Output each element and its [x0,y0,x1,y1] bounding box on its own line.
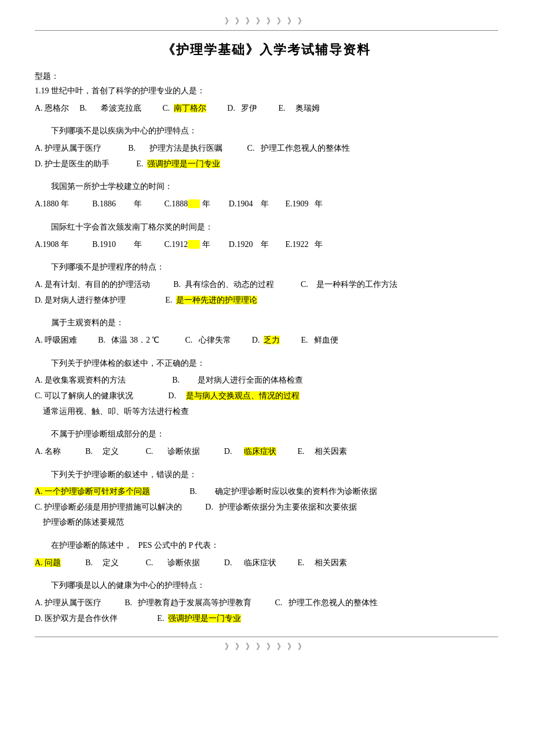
q6-optD: D. 乏力 [252,333,280,348]
q3-stem: 我国第一所护士学校建立的时间： [35,180,498,194]
q1-optD: D. 罗伊 [227,101,257,117]
q7-options-row3: 通常运用视、触、叩、听等方法进行检查 [35,404,498,420]
q11-optB: B. 护理教育趋于发展高等护理教育 [125,595,251,611]
q9-optA: A. 一个护理诊断可针对多个问题 [35,484,150,500]
q6-optC: C. 心律失常 [185,333,231,348]
question-1: 1.19 世纪中叶，首创了科学的护理专业的人是： A. 恩格尔 B. 希波克拉底… [35,84,498,116]
question-4: 国际红十字会首次颁发南丁格尔奖的时间是： A.1908 年 B.1910 年 C… [35,220,498,252]
question-3: 我国第一所护士学校建立的时间： A.1880 年 B.1886 年 C.1888… [35,180,498,212]
top-line [35,30,498,31]
q9-extra: 护理诊断的陈述要规范 [35,515,124,530]
q9-optC: C. 护理诊断必须是用护理措施可以解决的 [35,500,182,515]
q11-stem: 下列哪项是以人的健康为中心的护理特点： [35,579,498,593]
q3-optA: A.1880 年 [35,197,69,212]
question-11: 下列哪项是以人的健康为中心的护理特点： A. 护理从属于医疗 B. 护理教育趋于… [35,579,498,626]
q9-optD: D. 护理诊断依据分为主要依据和次要依据 [205,500,357,515]
q1-optC: C. 南丁格尔 [162,101,206,117]
q6-optB: B. 体温 38．2 ℃ [98,333,159,348]
q1-optE: E. 奥瑞姆 [278,101,320,117]
question-9: 下列关于护理诊断的叙述中，错误的是： A. 一个护理诊断可针对多个问题 B. 确… [35,468,498,531]
q11-optC: C. 护理工作忽视人的整体性 [275,595,377,611]
q9-options-row2: C. 护理诊断必须是用护理措施可以解决的 D. 护理诊断依据分为主要依据和次要依… [35,500,498,515]
q10-optA: A. 问题 [35,555,61,571]
q8-optA: A. 名称 [35,444,61,460]
question-8: 不属于护理诊断组成部分的是： A. 名称 B. 定义 C. 诊断依据 D. 临床… [35,427,498,459]
q11-options-row1: A. 护理从属于医疗 B. 护理教育趋于发展高等护理教育 C. 护理工作忽视人的… [35,595,498,611]
q2-options-row1: A. 护理从属于医疗 B. 护理方法是执行医嘱 C. 护理工作忽视人的整体性 [35,141,498,157]
main-title: 《护理学基础》入学考试辅导资料 [35,41,498,59]
q1-optB: B. 希波克拉底 [79,101,141,117]
q7-optB: B. 是对病人进行全面的体格检查 [172,373,303,388]
q2-stem: 下列哪项不是以疾病为中心的护理特点： [35,124,498,138]
q2-optA: A. 护理从属于医疗 [35,141,101,157]
question-2: 下列哪项不是以疾病为中心的护理特点： A. 护理从属于医疗 B. 护理方法是执行… [35,124,498,172]
q3-optC: C.1888 年 [164,197,210,212]
q10-optC: C. 诊断依据 [145,555,199,571]
q2-optE: E. 强调护理是一门专业 [136,157,220,172]
q10-stem: 在护理诊断的陈述中， PES 公式中的 P 代表： [35,539,498,553]
q5-optA: A. 是有计划、有目的的护理活动 [35,277,150,293]
q1-optA: A. 恩格尔 [35,101,69,117]
q11-options-row2: D. 医护双方是合作伙伴 E. 强调护理是一门专业 [35,611,498,627]
q4-optC: C.1912 年 [164,237,210,253]
q11-optA: A. 护理从属于医疗 [35,595,101,611]
q4-options: A.1908 年 B.1910 年 C.1912 年 D.1920 年 E.19… [35,237,498,253]
q7-optC: C. 可以了解病人的健康状况 [35,388,133,404]
q6-options: A. 呼吸困难 B. 体温 38．2 ℃ C. 心律失常 D. 乏力 E. 鲜血… [35,333,498,348]
q5-optE: E. 是一种先进的护理理论 [165,293,257,308]
q4-stem: 国际红十字会首次颁发南丁格尔奖的时间是： [35,220,498,234]
q2-options-row2: D. 护士是医生的助手 E. 强调护理是一门专业 [35,157,498,172]
q5-optD: D. 是对病人进行整体护理 [35,293,126,308]
type-label: 型题： [35,71,498,82]
q6-stem: 属于主观资料的是： [35,316,498,330]
q8-options: A. 名称 B. 定义 C. 诊断依据 D. 临床症状 E. 相关因素 [35,444,498,460]
q9-options-row1: A. 一个护理诊断可针对多个问题 B. 确定护理诊断时应以收集的资料作为诊断依据 [35,484,498,500]
question-7: 下列关于护理体检的叙述中，不正确的是： A. 是收集客观资料的方法 B. 是对病… [35,357,498,420]
q2-optD: D. 护士是医生的助手 [35,157,109,172]
q10-options: A. 问题 B. 定义 C. 诊断依据 D. 临床症状 E. 相关因素 [35,555,498,571]
q6-optA: A. 呼吸困难 [35,333,77,348]
q10-optB: B. 定义 [85,555,119,571]
q4-optB: B.1910 年 [92,237,142,253]
q4-optD: D.1920 年 [229,237,269,253]
q4-optA: A.1908 年 [35,237,69,253]
bottom-decoration: 》》》》》》》》 [35,637,498,655]
q2-optC: C. 护理工作忽视人的整体性 [247,141,349,157]
q5-optC: C. 是一种科学的工作方法 [301,277,397,293]
q7-optA: A. 是收集客观资料的方法 [35,373,126,388]
q10-optD: D. 临床症状 [224,555,277,571]
q3-optE: E.1909 年 [285,197,323,212]
top-decoration: 》》》》》》》》 [35,12,498,30]
q9-optB: B. 确定护理诊断时应以收集的资料作为诊断依据 [189,484,377,500]
page: 》》》》》》》》 《护理学基础》入学考试辅导资料 型题： 1.19 世纪中叶，首… [0,0,533,756]
q9-stem: 下列关于护理诊断的叙述中，错误的是： [35,468,498,482]
q7-options-row2: C. 可以了解病人的健康状况 D. 是与病人交换观点、情况的过程 [35,388,498,404]
q10-optE: E. 相关因素 [297,555,347,571]
q4-optE: E.1922 年 [285,237,323,253]
q5-stem: 下列哪项不是护理程序的特点： [35,260,498,274]
question-6: 属于主观资料的是： A. 呼吸困难 B. 体温 38．2 ℃ C. 心律失常 D… [35,316,498,348]
q8-optE: E. 相关因素 [297,444,347,460]
q8-optC: C. 诊断依据 [145,444,199,460]
q7-options-row1: A. 是收集客观资料的方法 B. 是对病人进行全面的体格检查 [35,373,498,388]
q2-optB: B. 护理方法是执行医嘱 [128,141,222,157]
q7-extra: 通常运用视、触、叩、听等方法进行检查 [35,404,189,420]
q8-stem: 不属于护理诊断组成部分的是： [35,427,498,441]
q3-optD: D.1904 年 [229,197,269,212]
q1-stem: 1.19 世纪中叶，首创了科学的护理专业的人是： [35,84,498,98]
q8-optB: B. 定义 [85,444,119,460]
q5-options-row1: A. 是有计划、有目的的护理活动 B. 具有综合的、动态的过程 C. 是一种科学… [35,277,498,293]
q7-optD: D. 是与病人交换观点、情况的过程 [168,388,300,404]
q7-stem: 下列关于护理体检的叙述中，不正确的是： [35,357,498,370]
q6-optE: E. 鲜血便 [301,333,338,348]
question-10: 在护理诊断的陈述中， PES 公式中的 P 代表： A. 问题 B. 定义 C.… [35,539,498,570]
q8-optD: D. 临床症状 [224,444,277,460]
q5-optB: B. 具有综合的、动态的过程 [173,277,274,293]
q11-optE: E. 强调护理是一门专业 [157,611,241,627]
q1-options: A. 恩格尔 B. 希波克拉底 C. 南丁格尔 D. 罗伊 E. 奥瑞姆 [35,101,498,117]
q11-optD: D. 医护双方是合作伙伴 [35,611,118,627]
q3-options: A.1880 年 B.1886 年 C.1888 年 D.1904 年 E.19… [35,197,498,212]
q9-options-row3: 护理诊断的陈述要规范 [35,515,498,530]
q3-optB: B.1886 年 [92,197,142,212]
question-5: 下列哪项不是护理程序的特点： A. 是有计划、有目的的护理活动 B. 具有综合的… [35,260,498,308]
